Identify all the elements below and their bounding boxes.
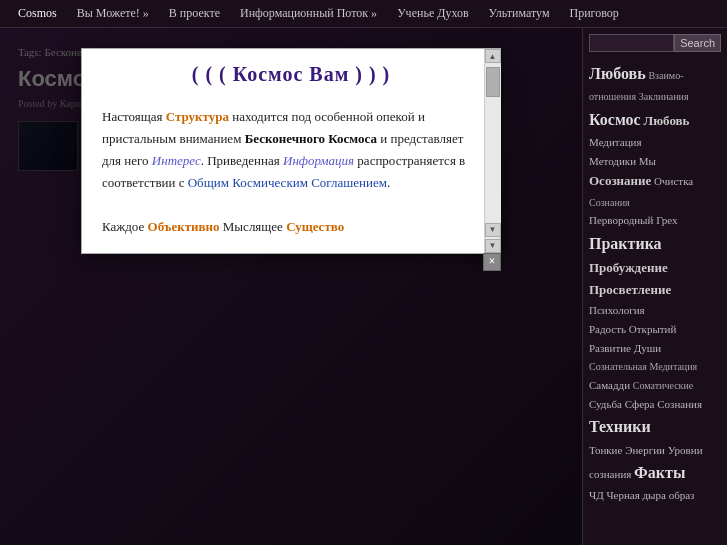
modal-header: ( ( ( Космос Вам ) ) ): [82, 49, 500, 96]
link-kosmos-bold: Бесконечного Космоса: [245, 131, 377, 146]
nav-item-ultimatum[interactable]: Ультиматум: [479, 0, 560, 27]
link-soglashenie[interactable]: Общим Космическим Соглашением: [188, 175, 387, 190]
tag-soznaniya2[interactable]: Сознания: [657, 398, 702, 410]
top-navigation: Cosmos Вы Можете! » В проекте Информацио…: [0, 0, 727, 28]
scroll-thumb[interactable]: [486, 67, 500, 97]
nav-item-prigovor[interactable]: Приговор: [559, 0, 628, 27]
tag-prosvetlenie[interactable]: Просветление: [589, 282, 671, 297]
tag-my[interactable]: Мы: [639, 155, 656, 167]
tag-probuzhdenie[interactable]: Пробуждение: [589, 260, 668, 275]
tag-psixologiya[interactable]: Психология: [589, 304, 645, 316]
tag-pervorodny[interactable]: Первородный: [589, 214, 653, 226]
modal-dialog: ▲ ▼ ▼ ( ( ( Космос Вам ) ) ) Настоящая С…: [81, 48, 501, 254]
modal-overlay: ▲ ▼ ▼ ( ( ( Космос Вам ) ) ) Настоящая С…: [0, 28, 582, 545]
tag-energii[interactable]: Энергии: [625, 444, 665, 456]
tag-praktika[interactable]: Практика: [589, 235, 662, 252]
tag-meditaciya1[interactable]: Медитация: [589, 136, 642, 148]
search-input[interactable]: [589, 34, 674, 52]
tag-dushi[interactable]: Души: [634, 342, 661, 354]
modal-title: ( ( ( Космос Вам ) ) ): [102, 63, 480, 86]
tag-texniki[interactable]: Техники: [589, 418, 651, 435]
tag-chernaya-dyra[interactable]: Черная дыра: [606, 489, 665, 501]
tag-somaticheskie[interactable]: Сомати­ческие: [633, 380, 693, 391]
tag-kosmos[interactable]: Космос: [589, 111, 641, 128]
tag-lyubov2[interactable]: Любовь: [643, 113, 689, 128]
nav-item-infopotok[interactable]: Информационный Поток »: [230, 0, 387, 27]
link-objektivno[interactable]: Объективно: [148, 219, 220, 234]
tag-obraz[interactable]: образ: [669, 489, 695, 501]
modal-paragraph2: Каждое Объективно Мыслящее Существо: [102, 216, 480, 238]
para2-mid: Мыслящее: [220, 219, 287, 234]
sidebar: Search Любовь Взаимо­отношения Заклинани…: [582, 28, 727, 545]
modal-close-button[interactable]: ×: [483, 253, 501, 271]
nav-item-mozhete[interactable]: Вы Можете! »: [67, 0, 159, 27]
sidebar-search-form: Search: [589, 34, 721, 52]
para1-end: .: [387, 175, 390, 190]
tag-sfera[interactable]: Сфера: [625, 398, 655, 410]
scroll-down2-button[interactable]: ▼: [485, 239, 501, 253]
link-interes[interactable]: Интерес: [152, 153, 201, 168]
link-struktura[interactable]: Структура: [166, 109, 229, 124]
link-suschestvo[interactable]: Существо: [286, 219, 344, 234]
modal-paragraph1: Настоящая Структура находится под особен…: [102, 106, 480, 194]
main-wrapper: Tags: Бесконечный Космос, Вселенная, Гре…: [0, 28, 727, 545]
tag-radost[interactable]: Радость: [589, 323, 626, 335]
tag-soznaniya1[interactable]: Сознания: [589, 197, 630, 208]
modal-scrollbar[interactable]: ▲ ▼ ▼: [484, 49, 500, 253]
scroll-down-button[interactable]: ▼: [485, 223, 501, 237]
modal-body: Настоящая Структура находится под особен…: [82, 96, 500, 253]
nav-item-uchenye[interactable]: Ученье Духов: [387, 0, 478, 27]
tag-zaklinaniya[interactable]: Заклинания: [639, 91, 689, 102]
content-area: Tags: Бесконечный Космос, Вселенная, Гре…: [0, 28, 582, 545]
tag-chd[interactable]: ЧД: [589, 489, 604, 501]
para2-pre: Каждое: [102, 219, 148, 234]
scroll-track: [485, 63, 501, 223]
tag-lyubov1[interactable]: Любовь: [589, 65, 646, 82]
search-button[interactable]: Search: [674, 34, 721, 52]
tag-soz-meditaciya[interactable]: Сознательная Медитация: [589, 361, 697, 372]
nav-item-cosmos[interactable]: Cosmos: [8, 0, 67, 27]
tag-razvitie[interactable]: Развитие: [589, 342, 631, 354]
nav-item-vproekte[interactable]: В проекте: [159, 0, 230, 27]
tag-ochistka[interactable]: Очистка: [654, 175, 693, 187]
para1-mid3: . Приведенная: [201, 153, 283, 168]
tag-sudba[interactable]: Судьба: [589, 398, 622, 410]
tag-tonkie[interactable]: Тонкие: [589, 444, 622, 456]
sidebar-tag-cloud: Любовь Взаимо­отношения Заклинания Космо…: [589, 60, 721, 505]
tag-samaddi[interactable]: Самадди: [589, 379, 630, 391]
tag-greh[interactable]: Грех: [656, 214, 677, 226]
tag-otkrytij[interactable]: Открытий: [629, 323, 677, 335]
tag-metodiki[interactable]: Методики: [589, 155, 636, 167]
scroll-up-button[interactable]: ▲: [485, 49, 501, 63]
link-informaciya[interactable]: Информация: [283, 153, 354, 168]
para1-pre: Настоящая: [102, 109, 166, 124]
tag-fakty[interactable]: Факты: [634, 464, 685, 481]
tag-osoznanie[interactable]: Осознание: [589, 173, 651, 188]
